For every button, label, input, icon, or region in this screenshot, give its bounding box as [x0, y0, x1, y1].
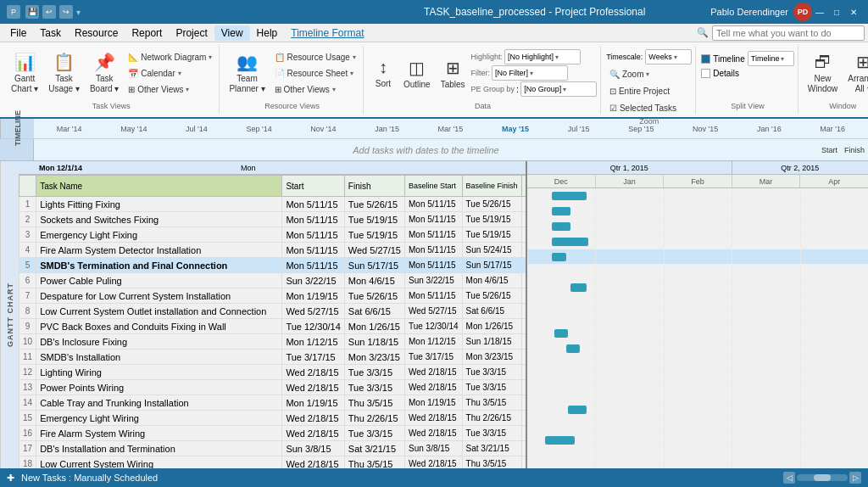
sort-button[interactable]: ↕ Sort	[369, 48, 398, 98]
search-input[interactable]	[712, 25, 865, 41]
table-row[interactable]: 10 DB's Inclosure Fixing Mon 1/12/15 Sun…	[19, 334, 526, 350]
entire-project-button[interactable]: ⊡ Entire Project	[606, 83, 673, 98]
col-header-baseline-start[interactable]: Baseline Start	[405, 176, 463, 197]
gantt-grid-line	[527, 448, 528, 462]
table-row[interactable]: 16 Fire Alarm System Wiring Wed 2/18/15 …	[19, 426, 526, 441]
row-num-6: 6	[19, 273, 36, 288]
table-row[interactable]: 4 Fire Alarm System Detector Installatio…	[19, 243, 526, 258]
gantt-row-8	[527, 295, 868, 311]
task-usage-button[interactable]: 📋 TaskUsage ▾	[44, 48, 84, 98]
table-row[interactable]: 14 Cable Tray and Trunking Installation …	[19, 395, 526, 411]
timeline-dropdown[interactable]: Timeline ▾	[748, 51, 794, 66]
user-section: Pablo Derendinger PD	[710, 3, 812, 21]
window-controls[interactable]: — □ ✕	[812, 5, 861, 19]
task-board-button[interactable]: 📌 TaskBoard ▾	[86, 48, 123, 98]
quick-access-toolbar: 💾 ↩ ↪ ▾	[25, 5, 81, 19]
table-header-row: Task Name Start Finish Baseline Start Ba…	[19, 176, 526, 197]
redo-icon[interactable]: ↪	[59, 5, 73, 19]
other-views-button[interactable]: ⊞ Other Views ▾	[125, 81, 215, 97]
task-name-16: Fire Alarm System Wiring	[36, 426, 282, 441]
task-table-scroll[interactable]: Task Name Start Finish Baseline Start Ba…	[19, 175, 526, 468]
close-button[interactable]: ✕	[846, 5, 861, 19]
gantt-grid-line	[527, 463, 528, 468]
gantt-grid-line	[527, 234, 528, 249]
status-scrollbar[interactable]	[797, 474, 848, 481]
table-row[interactable]: 18 Low Current System Wiring Wed 2/18/15…	[19, 456, 526, 469]
maximize-button[interactable]: □	[829, 5, 844, 19]
table-row[interactable]: 17 DB's Installation and Termination Sun…	[19, 441, 526, 456]
start-1: Mon 5/11/15	[282, 197, 344, 212]
menu-report[interactable]: Report	[125, 25, 169, 41]
arrange-all-button[interactable]: ⊞ ArrangeAll ▾	[843, 48, 868, 98]
bfinish-16: Tue 3/3/15	[462, 426, 521, 441]
split-view-group-label: Split View	[701, 102, 793, 112]
bfinish-14: Thu 3/5/15	[462, 395, 521, 411]
resource-usage-button[interactable]: 📋 Resource Usage ▾	[271, 49, 359, 64]
resource-other-views-button[interactable]: ⊞ Other Views ▾	[271, 81, 359, 97]
gantt-grid-line	[664, 433, 665, 447]
task-name-10: DB's Inclosure Fixing	[36, 334, 282, 350]
col-header-start[interactable]: Start	[282, 176, 344, 197]
menu-task[interactable]: Task	[33, 25, 68, 41]
gantt-grid-line	[732, 448, 732, 462]
col-header-finish[interactable]: Finish	[344, 176, 404, 197]
gantt-grid-line	[527, 402, 528, 417]
gantt-grid-line	[527, 265, 528, 279]
finish-13: Tue 3/3/15	[344, 380, 404, 395]
table-row[interactable]: 3 Emergency Light Fixing Mon 5/11/15 Tue…	[19, 227, 526, 243]
resource-views-label: Resource Views	[225, 102, 359, 112]
tables-button[interactable]: ⊞ Tables	[437, 48, 470, 98]
col-header-start-var[interactable]: Start Var.	[521, 176, 526, 197]
calendar-button[interactable]: 📅 Calendar ▾	[125, 65, 215, 81]
network-diagram-button[interactable]: 📐 Network Diagram ▾	[125, 49, 215, 64]
gantt-bar-7	[570, 283, 587, 292]
resource-sheet-button[interactable]: 📄 Resource Sheet ▾	[271, 65, 359, 81]
table-row[interactable]: 13 Power Points Wiring Wed 2/18/15 Tue 3…	[19, 380, 526, 395]
gantt-row-17	[527, 433, 868, 448]
group-by-dropdown[interactable]: [No Group] ▾	[520, 81, 597, 97]
bstart-8: Wed 5/27/15	[405, 304, 463, 319]
ribbon-split-view-content: Timeline Timeline ▾ Details	[701, 51, 793, 100]
finish-4: Wed 5/27/15	[344, 243, 404, 258]
start-8: Wed 5/27/15	[282, 304, 344, 319]
team-planner-button[interactable]: 👥 TeamPlanner ▾	[225, 48, 269, 98]
table-row[interactable]: 15 Emergency Light Wiring Wed 2/18/15 Th…	[19, 411, 526, 426]
filter-dropdown[interactable]: [No Filter] ▾	[492, 65, 568, 81]
table-row[interactable]: 6 Power Cable Puling Sun 3/22/15 Mon 4/6…	[19, 273, 526, 288]
undo-icon[interactable]: ↩	[42, 5, 56, 19]
timescale-dropdown[interactable]: Weeks ▾	[645, 49, 692, 64]
menu-project[interactable]: Project	[169, 25, 214, 41]
selected-tasks-button[interactable]: ☑ Selected Tasks	[606, 100, 680, 115]
outline-button[interactable]: ◫ Outline	[399, 48, 435, 98]
details-checkbox[interactable]	[701, 69, 710, 78]
table-row[interactable]: 1 Lights Fitting Fixing Mon 5/11/15 Tue …	[19, 197, 526, 212]
minimize-button[interactable]: —	[812, 5, 827, 19]
highlight-dropdown[interactable]: [No Highlight] ▾	[504, 49, 581, 64]
gantt-grid-line	[527, 204, 528, 218]
menu-help[interactable]: Help	[250, 25, 285, 41]
table-row[interactable]: 2 Sockets and Switches Fixing Mon 5/11/1…	[19, 212, 526, 227]
gantt-chart-button[interactable]: 📊 GanttChart ▾	[7, 48, 42, 98]
menu-resource[interactable]: Resource	[68, 25, 125, 41]
start-4: Mon 5/11/15	[282, 243, 344, 258]
status-btn-1[interactable]: ◁	[783, 472, 795, 484]
status-btn-2[interactable]: ▷	[849, 472, 861, 484]
menu-file[interactable]: File	[3, 25, 33, 41]
table-row[interactable]: 12 Lighting Wiring Wed 2/18/15 Tue 3/3/1…	[19, 365, 526, 380]
table-row[interactable]: 8 Low Current System Outlet installation…	[19, 304, 526, 319]
zoom-button[interactable]: 🔍 Zoom ▾	[606, 66, 653, 81]
timeline-checkbox[interactable]	[701, 54, 710, 64]
save-icon[interactable]: 💾	[25, 5, 39, 19]
col-header-task-name[interactable]: Task Name	[36, 176, 282, 197]
table-row[interactable]: 11 SMDB's Installation Tue 3/17/15 Mon 3…	[19, 350, 526, 365]
menu-timeline-format[interactable]: Timeline Format	[284, 25, 370, 41]
bfinish-7: Tue 5/26/15	[462, 288, 521, 304]
table-row[interactable]: 5 SMDB's Termination and Final Connectio…	[19, 258, 526, 273]
table-row[interactable]: 9 PVC Back Boxes and Conduits Fixing in …	[19, 319, 526, 334]
col-header-baseline-finish[interactable]: Baseline Finish	[462, 176, 521, 197]
gantt-grid-line	[595, 326, 596, 340]
startvar-2: 0 days	[521, 212, 526, 227]
table-row[interactable]: 7 Despature for Low Current System Insta…	[19, 288, 526, 304]
menu-view[interactable]: View	[214, 25, 250, 41]
new-window-button[interactable]: 🗗 NewWindow	[804, 48, 843, 98]
